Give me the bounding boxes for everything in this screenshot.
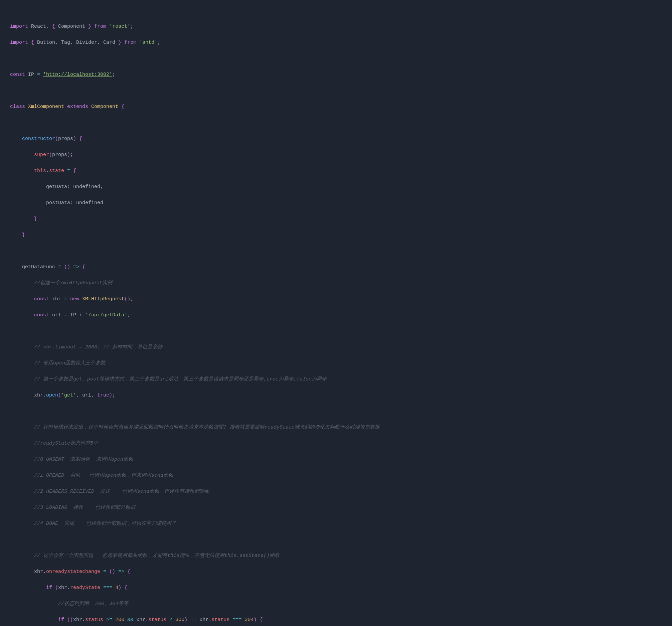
code-line-21: // xhr.timeout = 2000; // 超时时间，单位是毫秒 <box>10 343 662 352</box>
code-line-36: if (xhr.readyState === 4) { <box>10 584 662 592</box>
code-line-16: getDataFunc = () => { <box>10 263 662 271</box>
code-line-6: class XmlComponent extends Component { <box>10 103 662 111</box>
code-line-33 <box>10 536 662 544</box>
code-line-18: const xhr = new XMLHttpRequest(); <box>10 295 662 303</box>
code-line-37: //状态码判断 200、304等等 <box>10 600 662 608</box>
code-line-32: //4 DONE 完成 已经收到全部数据，可以在客户端使用了 <box>10 520 662 528</box>
code-line-30: //2 HEADERS_RECEIVED 发送 已调用send函数，但还没有接收… <box>10 488 662 496</box>
code-line-34: // 这里会有一个闭包问题 必须要使用箭头函数，才能有this指向，不然无法使用… <box>10 552 662 560</box>
code-line-27: //readyState状态码有5个 <box>10 440 662 448</box>
code-line-1: import React, { Component } from 'react'… <box>10 23 662 31</box>
code-line-5 <box>10 87 662 95</box>
code-line-3 <box>10 55 662 63</box>
code-line-19: const url = IP + '/api/getData'; <box>10 311 662 319</box>
code-line-28: //0 UNSENT 未初始化 未调用open函数 <box>10 456 662 464</box>
code-line-14: } <box>10 231 662 239</box>
code-line-9: super(props); <box>10 151 662 159</box>
code-line-15 <box>10 247 662 255</box>
code-line-4: const IP = 'http://localhost:3002'; <box>10 71 662 79</box>
code-line-35: xhr.onreadystatechange = () => { <box>10 568 662 576</box>
code-editor: import React, { Component } from 'react'… <box>10 7 662 626</box>
code-line-10: this.state = { <box>10 167 662 175</box>
code-line-8: constructor(props) { <box>10 135 662 143</box>
code-line-12: postData: undefined <box>10 199 662 207</box>
code-line-22: // 使用open函数存入三个参数 <box>10 359 662 367</box>
code-line-23: // 第一个参数是get、post等请求方式，第二个参数是url地址，第三个参数… <box>10 376 662 384</box>
code-line-29: //1 OPENED 启动 已调用open函数，但未调用send函数 <box>10 472 662 480</box>
code-line-38: if ((xhr.status >= 200 && xhr.status < 3… <box>10 616 662 624</box>
code-line-25 <box>10 408 662 415</box>
code-line-2: import { Button, Tag, Divider, Card } fr… <box>10 39 662 47</box>
code-line-7 <box>10 119 662 127</box>
code-line-31: //3 LOADING 接收 已经收到部分数据 <box>10 504 662 512</box>
code-line-24: xhr.open('get', url, true); <box>10 391 662 400</box>
code-line-11: getData: undefined, <box>10 183 662 191</box>
code-line-26: // 这时请求还未发出，这个时候会想当服务端返回数据时什么时候去填充本地数据呢?… <box>10 424 662 432</box>
code-line-13: } <box>10 215 662 223</box>
code-line-20 <box>10 327 662 335</box>
code-line-17: //创建一个xmlHttpRequest实例 <box>10 279 662 287</box>
